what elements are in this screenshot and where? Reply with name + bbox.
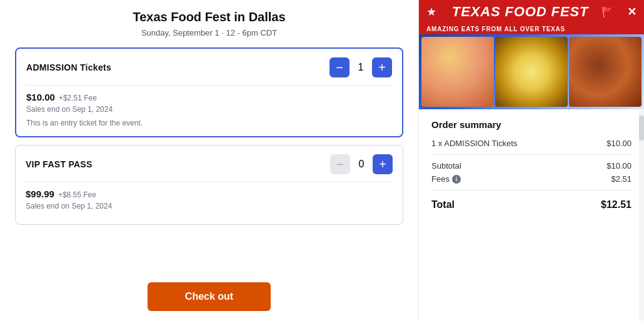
event-title: Texas Food Fest in Dallas bbox=[15, 10, 403, 24]
admission-ticket-header: ADMISSION Tickets − 1 + bbox=[26, 57, 392, 77]
admission-qty-control: − 1 + bbox=[330, 57, 392, 77]
admission-description: This is an entry ticket for the event. bbox=[26, 119, 392, 127]
vip-decrease-button[interactable]: − bbox=[330, 154, 350, 174]
order-line-label: 1 x ADMISSION Tickets bbox=[431, 139, 517, 148]
fees-label-group: Fees i bbox=[431, 174, 461, 184]
vip-ticket-card: VIP FAST PASS − 0 + $99.99 +$8.55 Fee Sa… bbox=[15, 145, 403, 225]
order-divider-2 bbox=[431, 190, 631, 190]
event-banner: ★ TEXAS FOOD FEST 🚩 ✕ AMAZING EATS FROM … bbox=[419, 0, 644, 109]
minus-icon: − bbox=[336, 61, 343, 74]
banner-close-button[interactable]: ✕ bbox=[627, 6, 636, 17]
banner-title: TEXAS FOOD FEST bbox=[452, 4, 589, 20]
order-line-item: 1 x ADMISSION Tickets $10.00 bbox=[431, 139, 631, 148]
minus-icon: − bbox=[336, 158, 344, 170]
banner-subtitle: AMAZING EATS FROM ALL OVER TEXAS bbox=[419, 24, 644, 34]
vip-price-row: $99.99 +$8.55 Fee bbox=[26, 189, 393, 199]
admission-price: $10.00 bbox=[26, 92, 55, 102]
right-panel: ★ TEXAS FOOD FEST 🚩 ✕ AMAZING EATS FROM … bbox=[419, 0, 644, 321]
order-summary-section: Order summary 1 x ADMISSION Tickets $10.… bbox=[419, 109, 644, 321]
close-icon: ✕ bbox=[627, 6, 636, 18]
vip-price: $99.99 bbox=[26, 189, 54, 199]
subtotal-value: $10.00 bbox=[606, 161, 631, 170]
checkout-bar: Check out bbox=[15, 275, 403, 311]
food-image-1 bbox=[421, 37, 494, 107]
food-image-3 bbox=[569, 37, 641, 107]
vip-quantity: 0 bbox=[356, 159, 366, 170]
admission-price-row: $10.00 +$2.51 Fee bbox=[26, 92, 392, 102]
order-fees-row: Fees i $2.51 bbox=[431, 174, 631, 184]
vip-ticket-header: VIP FAST PASS − 0 + bbox=[26, 154, 393, 174]
banner-images bbox=[419, 34, 644, 109]
admission-fee: +$2.51 Fee bbox=[59, 94, 97, 102]
admission-quantity: 1 bbox=[356, 62, 366, 73]
order-line-value: $10.00 bbox=[606, 139, 631, 148]
total-value: $12.51 bbox=[601, 199, 631, 210]
admission-sales-end: Sales end on Sep 1, 2024 bbox=[26, 105, 392, 114]
vip-ticket-name: VIP FAST PASS bbox=[26, 159, 93, 169]
vip-divider bbox=[26, 182, 393, 182]
fees-label-text: Fees bbox=[431, 174, 450, 184]
banner-top: ★ TEXAS FOOD FEST 🚩 ✕ bbox=[419, 0, 644, 24]
admission-increase-button[interactable]: + bbox=[372, 57, 392, 77]
plus-icon: + bbox=[379, 158, 386, 170]
admission-divider bbox=[26, 85, 392, 86]
food-image-2 bbox=[495, 37, 568, 107]
vip-qty-control: − 0 + bbox=[330, 154, 393, 174]
scrollbar-thumb bbox=[639, 116, 644, 141]
order-total-row: Total $12.51 bbox=[431, 197, 631, 210]
vip-sales-end: Sales end on Sep 1, 2024 bbox=[26, 202, 393, 210]
order-summary-title: Order summary bbox=[431, 119, 631, 130]
left-panel: Texas Food Fest in Dallas Sunday, Septem… bbox=[0, 0, 419, 321]
fees-info-icon[interactable]: i bbox=[452, 175, 461, 184]
checkout-button[interactable]: Check out bbox=[148, 282, 271, 311]
order-divider-1 bbox=[431, 154, 631, 155]
subtotal-label: Subtotal bbox=[431, 161, 461, 170]
event-date: Sunday, September 1 · 12 - 6pm CDT bbox=[15, 28, 403, 37]
star-icon: ★ bbox=[426, 5, 436, 19]
total-label: Total bbox=[431, 199, 455, 210]
admission-ticket-card: ADMISSION Tickets − 1 + $10.00 +$2.51 Fe… bbox=[15, 47, 403, 137]
fees-value: $2.51 bbox=[611, 174, 631, 184]
admission-decrease-button[interactable]: − bbox=[330, 57, 350, 77]
flag-icon: 🚩 bbox=[601, 6, 614, 18]
vip-increase-button[interactable]: + bbox=[373, 154, 393, 174]
scrollbar-track[interactable] bbox=[639, 109, 644, 321]
plus-icon: + bbox=[378, 61, 386, 74]
admission-ticket-name: ADMISSION Tickets bbox=[26, 62, 111, 72]
vip-fee: +$8.55 Fee bbox=[58, 190, 96, 199]
order-subtotal-row: Subtotal $10.00 bbox=[431, 161, 631, 170]
